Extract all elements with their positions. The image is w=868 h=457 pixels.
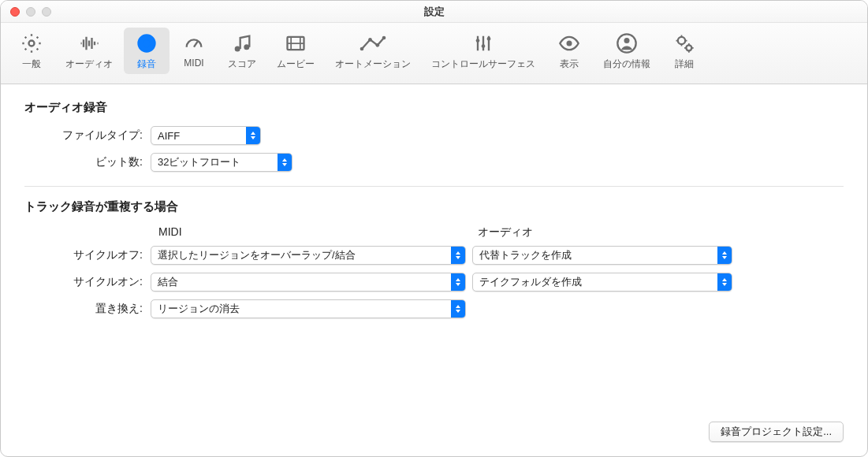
toolbar-item-label: 一般 — [22, 58, 41, 71]
toolbar-item-general[interactable]: 一般 — [9, 28, 54, 74]
chevron-up-down-icon — [278, 154, 292, 171]
file-type-row: ファイルタイプ: AIFF — [24, 126, 844, 145]
cycle-off-midi-value: 選択したリージョンをオーバーラップ/結合 — [158, 248, 356, 262]
minimize-window-button[interactable] — [26, 7, 35, 17]
toolbar-item-label: 詳細 — [675, 58, 694, 71]
chevron-up-down-icon — [451, 273, 465, 291]
music-note-icon — [231, 31, 253, 56]
toolbar-item-movie[interactable]: ムービー — [267, 28, 324, 74]
svg-point-23 — [678, 37, 685, 44]
cycle-off-audio-select[interactable]: 代替トラックを作成 — [472, 246, 732, 265]
bit-depth-label: ビット数: — [24, 155, 151, 169]
svg-point-11 — [368, 38, 372, 42]
eye-icon — [557, 31, 581, 56]
svg-point-18 — [482, 44, 486, 48]
bit-depth-select[interactable]: 32ビットフロート — [151, 153, 292, 172]
button-label: 録音プロジェクト設定... — [721, 425, 832, 439]
bit-depth-value: 32ビットフロート — [158, 155, 240, 169]
svg-point-2 — [143, 39, 150, 46]
bit-depth-row: ビット数: 32ビットフロート — [24, 153, 844, 172]
column-header-audio: オーディオ — [478, 225, 797, 240]
cycle-off-midi-select[interactable]: 選択したリージョンをオーバーラップ/結合 — [151, 246, 466, 265]
toolbar-item-audio[interactable]: オーディオ — [56, 28, 122, 74]
toolbar-item-automation[interactable]: オートメーション — [326, 28, 420, 74]
gear-icon — [20, 31, 43, 56]
traffic-lights — [10, 7, 51, 17]
toolbar-item-label: スコア — [228, 58, 256, 71]
toolbar-item-midi[interactable]: MIDI — [171, 28, 217, 72]
film-icon — [285, 31, 307, 56]
toolbar-item-label: 録音 — [137, 58, 156, 71]
cycle-off-label: サイクルオフ: — [24, 248, 151, 262]
columns-header: MIDI オーディオ — [158, 225, 844, 240]
column-header-midi: MIDI — [158, 225, 478, 240]
footer: 録音プロジェクト設定... — [709, 422, 844, 442]
toolbar-item-control-surfaces[interactable]: コントロールサーフェス — [422, 28, 545, 74]
waveform-icon — [78, 31, 100, 56]
svg-point-19 — [487, 37, 491, 41]
chevron-up-down-icon — [451, 247, 465, 264]
automation-curve-icon — [359, 31, 387, 56]
toolbar-item-label: MIDI — [184, 58, 203, 69]
section-title-audio-recording: オーディオ録音 — [24, 100, 844, 115]
svg-point-0 — [29, 41, 35, 46]
content-pane: オーディオ録音 ファイルタイプ: AIFF ビット数: 32ビットフロート トラ… — [1, 84, 867, 456]
gauge-icon — [183, 31, 205, 56]
toolbar-item-display[interactable]: 表示 — [546, 28, 592, 74]
divider — [24, 186, 844, 187]
titlebar: 設定 — [1, 1, 867, 23]
chevron-up-down-icon — [717, 247, 732, 264]
toolbar-item-label: 自分の情報 — [603, 58, 650, 71]
sliders-icon — [471, 31, 496, 56]
toolbar-item-recording[interactable]: 録音 — [124, 28, 170, 74]
recording-project-settings-button[interactable]: 録音プロジェクト設定... — [709, 422, 844, 442]
svg-point-13 — [382, 36, 386, 40]
cycle-on-audio-value: テイクフォルダを作成 — [479, 275, 582, 289]
file-type-label: ファイルタイプ: — [24, 128, 151, 143]
chevron-up-down-icon — [451, 300, 465, 318]
toolbar-item-label: ムービー — [277, 58, 315, 71]
toolbar-item-score[interactable]: スコア — [218, 28, 266, 74]
cycle-on-audio-select[interactable]: テイクフォルダを作成 — [472, 273, 732, 292]
replace-select[interactable]: リージョンの消去 — [151, 299, 466, 318]
section-title-overlapping: トラック録音が重複する場合 — [24, 199, 844, 214]
svg-point-12 — [376, 43, 380, 47]
cycle-on-midi-select[interactable]: 結合 — [151, 273, 466, 292]
replace-value: リージョンの消去 — [158, 302, 240, 316]
toolbar: 一般 オーディオ 録音 MIDI スコア — [1, 23, 867, 84]
svg-point-24 — [686, 45, 691, 50]
record-icon — [136, 31, 158, 56]
replace-label: 置き換え: — [24, 302, 151, 316]
cycle-on-midi-value: 結合 — [158, 275, 178, 289]
cycle-on-label: サイクルオン: — [24, 275, 151, 289]
chevron-up-down-icon — [246, 127, 260, 144]
cycle-off-audio-value: 代替トラックを作成 — [479, 248, 572, 262]
toolbar-item-label: 表示 — [560, 58, 579, 71]
settings-window: 設定 一般 オーディオ 録音 MIDI — [0, 0, 868, 457]
svg-point-17 — [476, 39, 480, 43]
svg-point-20 — [567, 41, 572, 46]
gears-icon — [673, 31, 695, 56]
toolbar-item-label: オーディオ — [65, 58, 113, 71]
cycle-off-row: サイクルオフ: 選択したリージョンをオーバーラップ/結合 代替トラックを作成 — [24, 246, 844, 265]
zoom-window-button[interactable] — [42, 7, 51, 17]
person-circle-icon — [616, 31, 638, 56]
window-title: 設定 — [424, 5, 445, 19]
file-type-value: AIFF — [158, 130, 180, 142]
replace-row: 置き換え: リージョンの消去 — [24, 299, 844, 318]
svg-point-10 — [360, 47, 364, 51]
file-type-select[interactable]: AIFF — [151, 126, 261, 145]
chevron-up-down-icon — [717, 273, 732, 291]
toolbar-item-label: オートメーション — [335, 58, 411, 71]
svg-point-22 — [624, 38, 630, 43]
toolbar-item-advanced[interactable]: 詳細 — [661, 28, 707, 74]
svg-line-3 — [194, 42, 198, 47]
toolbar-item-label: コントロールサーフェス — [431, 58, 535, 71]
toolbar-item-my-info[interactable]: 自分の情報 — [594, 28, 660, 74]
close-window-button[interactable] — [10, 7, 20, 17]
cycle-on-row: サイクルオン: 結合 テイクフォルダを作成 — [24, 273, 844, 292]
